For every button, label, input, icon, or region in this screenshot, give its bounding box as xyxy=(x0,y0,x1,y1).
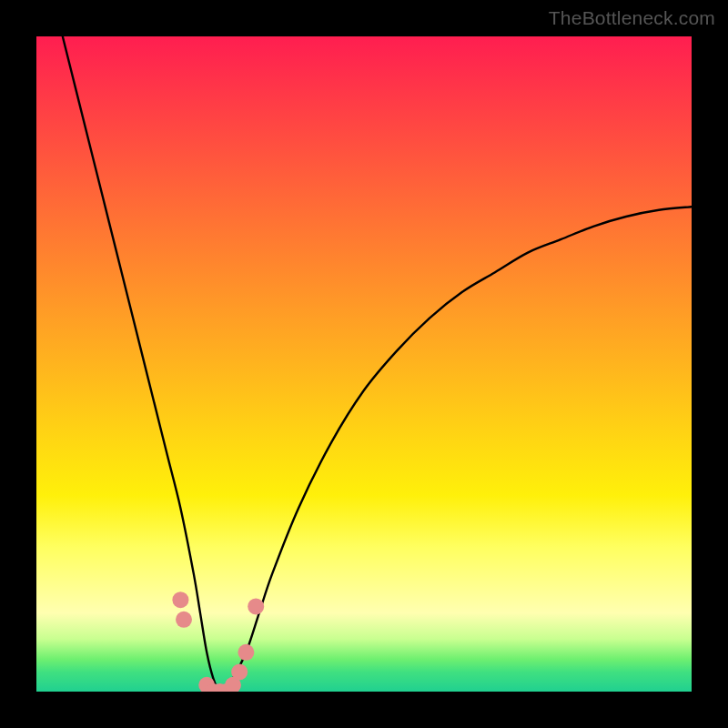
curve-marker xyxy=(172,592,188,608)
plot-area xyxy=(36,36,692,692)
watermark-text: TheBottleneck.com xyxy=(549,7,715,29)
curve-marker xyxy=(231,663,248,680)
curve-marker xyxy=(176,612,192,628)
chart-frame: TheBottleneck.com xyxy=(0,0,728,728)
curve-marker xyxy=(238,644,254,661)
curve-marker xyxy=(248,598,264,614)
curve-svg xyxy=(36,36,692,692)
bottleneck-curve xyxy=(63,36,692,692)
